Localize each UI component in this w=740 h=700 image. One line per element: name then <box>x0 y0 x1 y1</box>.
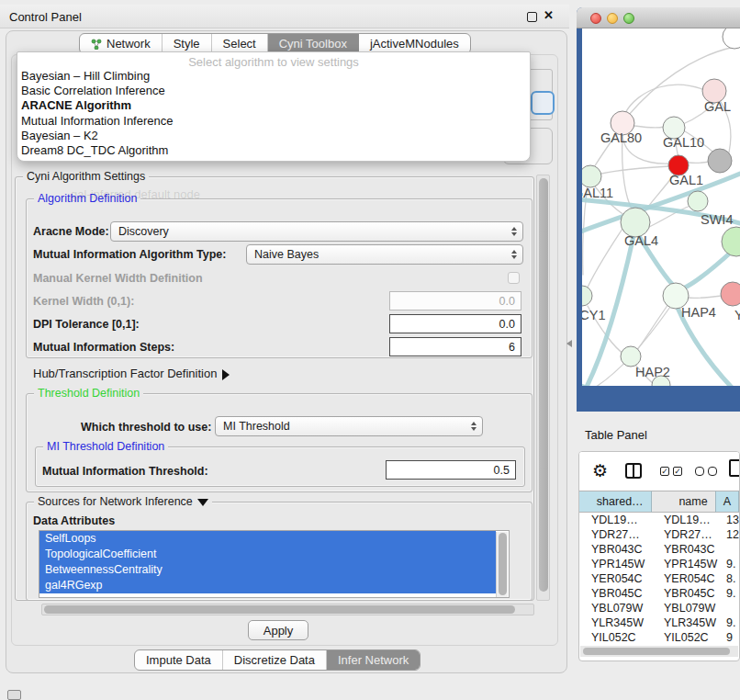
hub-factor-expander[interactable]: Hub/Transcription Factor Definition <box>33 367 230 380</box>
table-row[interactable]: YBR045CYBR045C9. <box>579 586 739 601</box>
table-hscrollbar-thumb[interactable] <box>583 648 730 655</box>
chevron-updown-icon <box>511 250 517 259</box>
network-node[interactable] <box>723 28 740 49</box>
tab-jactivemnodules[interactable]: jActiveMNodules <box>359 34 470 53</box>
network-node-swi4[interactable] <box>688 191 708 211</box>
dropdown-prompt: Select algorithm to view settings <box>17 52 530 69</box>
gear-icon[interactable]: ⚙ <box>592 460 608 481</box>
column-header-name[interactable]: name <box>652 491 716 513</box>
settings-scrollbar-thumb[interactable] <box>539 178 548 592</box>
tab-select[interactable]: Select <box>212 34 268 53</box>
network-window-titlebar[interactable] <box>577 7 740 28</box>
table-cell: YER054C <box>655 571 722 586</box>
table-row[interactable]: YLR345WYLR345W9. <box>579 615 739 630</box>
tab-style[interactable]: Style <box>163 34 212 53</box>
network-node-gcy1[interactable] <box>582 286 592 306</box>
focused-combo-fragment[interactable] <box>531 91 555 115</box>
network-edge[interactable] <box>585 229 622 293</box>
float-panel-icon[interactable] <box>527 12 537 22</box>
network-edge[interactable] <box>625 85 714 113</box>
network-graph: GALGAL80GAL10GAL1GAL11SWI4GAL4GCY1HAP4YH… <box>582 28 740 386</box>
split-columns-icon[interactable] <box>625 463 642 479</box>
settings-hscrollbar-thumb[interactable] <box>44 605 515 614</box>
table-cell <box>722 601 726 615</box>
network-node-gal11[interactable] <box>582 165 601 187</box>
apply-button[interactable]: Apply <box>248 620 308 640</box>
dpi-tolerance-label: DPI Tolerance [0,1]: <box>33 318 140 331</box>
chevron-right-icon <box>222 369 230 380</box>
dpi-tolerance-field[interactable]: 0.0 <box>389 314 521 333</box>
algorithm-option[interactable]: Mutual Information Inference <box>17 114 530 129</box>
mi-type-select[interactable]: Naive Bayes <box>246 244 523 265</box>
chevron-down-icon[interactable] <box>197 499 208 506</box>
mi-type-value: Naive Bayes <box>254 248 319 261</box>
table-row[interactable]: YBR043CYBR043C <box>579 542 739 557</box>
data-attribute-item[interactable]: SelfLoops <box>39 531 496 547</box>
which-threshold-select[interactable]: MI Threshold <box>215 416 483 436</box>
network-edge[interactable] <box>688 296 722 298</box>
tab-discretize-data[interactable]: Discretize Data <box>223 650 327 670</box>
network-edge[interactable] <box>622 135 632 209</box>
algorithm-option[interactable]: ARACNE Algorithm <box>17 98 530 113</box>
table-cell: YPR145W <box>579 557 655 571</box>
network-edge[interactable] <box>689 162 710 163</box>
docked-panel-icon[interactable] <box>7 690 21 700</box>
tab-impute-data[interactable]: Impute Data <box>135 650 223 670</box>
unchecked-box-icon[interactable] <box>708 467 717 476</box>
node-label-gal1: GAL1 <box>669 173 703 187</box>
chevron-updown-icon <box>471 422 477 431</box>
list-scrollbar-thumb[interactable] <box>499 533 507 595</box>
table-cell: YBR045C <box>655 586 722 601</box>
network-node-hap2[interactable] <box>621 346 641 367</box>
list-scrollbar-track[interactable] <box>496 532 508 598</box>
network-view-canvas[interactable]: GALGAL80GAL10GAL1GAL11SWI4GAL4GCY1HAP4YH… <box>582 28 740 386</box>
table-row[interactable]: YIL052CYIL052C9 <box>579 630 739 645</box>
algorithm-option[interactable]: Dream8 DC_TDC Algorithm <box>17 143 530 158</box>
algorithm-option[interactable]: Bayesian – K2 <box>17 129 530 143</box>
algorithm-option[interactable]: Bayesian – Hill Climbing <box>17 69 530 84</box>
table-row[interactable]: YER054CYER054C8. <box>579 571 739 586</box>
mi-type-label: Mutual Information Algorithm Type: <box>33 248 226 261</box>
node-label-gcy1: GCY1 <box>582 308 606 322</box>
close-icon[interactable]: ✕ <box>544 8 554 22</box>
network-node[interactable] <box>722 227 740 256</box>
tab-cyni-toolbox[interactable]: Cyni Toolbox <box>268 34 359 53</box>
close-traffic-icon[interactable] <box>590 13 601 24</box>
kernel-width-field[interactable]: 0.0 <box>389 291 521 310</box>
node-label-gal11: GAL11 <box>582 186 613 200</box>
table-hscrollbar-track[interactable] <box>580 646 738 657</box>
table-cell: YIL052C <box>579 630 655 645</box>
network-edge[interactable] <box>582 385 646 386</box>
network-node-y[interactable] <box>721 282 740 306</box>
network-node[interactable] <box>708 149 732 173</box>
tab-network[interactable]: Network <box>80 34 163 53</box>
table-row[interactable]: YBL079WYBL079W <box>579 601 739 615</box>
network-edge[interactable] <box>601 166 669 174</box>
checked-box-icon[interactable]: ✓ <box>673 467 682 476</box>
aracne-mode-select[interactable]: Discovery <box>110 221 523 242</box>
data-attributes-list[interactable]: SelfLoopsTopologicalCoefficientBetweenne… <box>39 530 510 598</box>
table-cell: 9. <box>722 586 735 601</box>
unchecked-box-icon[interactable] <box>695 467 704 476</box>
checked-box-icon[interactable]: ✓ <box>660 467 669 476</box>
document-icon[interactable] <box>729 459 740 477</box>
mi-steps-field[interactable]: 6 <box>389 337 521 356</box>
data-attribute-item[interactable]: gal4RGexp <box>39 578 496 593</box>
mi-threshold-field[interactable]: 0.5 <box>386 460 516 480</box>
table-cell: 12 <box>722 527 739 542</box>
zoom-traffic-icon[interactable] <box>623 13 634 24</box>
network-edge[interactable] <box>634 126 664 128</box>
split-collapse-icon[interactable] <box>566 340 572 347</box>
manual-kernel-checkbox[interactable] <box>508 272 520 284</box>
table-header-row: shared…nameA <box>579 491 739 513</box>
column-header-a[interactable]: A <box>716 491 739 513</box>
data-attribute-item[interactable]: TopologicalCoefficient <box>39 547 496 562</box>
column-header-shared[interactable]: shared… <box>579 491 652 513</box>
table-row[interactable]: YDL19…YDL19…13 <box>579 513 739 527</box>
table-row[interactable]: YDR27…YDR27…12 <box>579 527 739 542</box>
data-attribute-item[interactable]: BetweennessCentrality <box>39 562 496 578</box>
minimize-traffic-icon[interactable] <box>607 13 618 24</box>
tab-infer-network[interactable]: Infer Network <box>327 650 420 670</box>
table-row[interactable]: YPR145WYPR145W9. <box>579 557 739 571</box>
algorithm-option[interactable]: Basic Correlation Inference <box>17 84 530 98</box>
